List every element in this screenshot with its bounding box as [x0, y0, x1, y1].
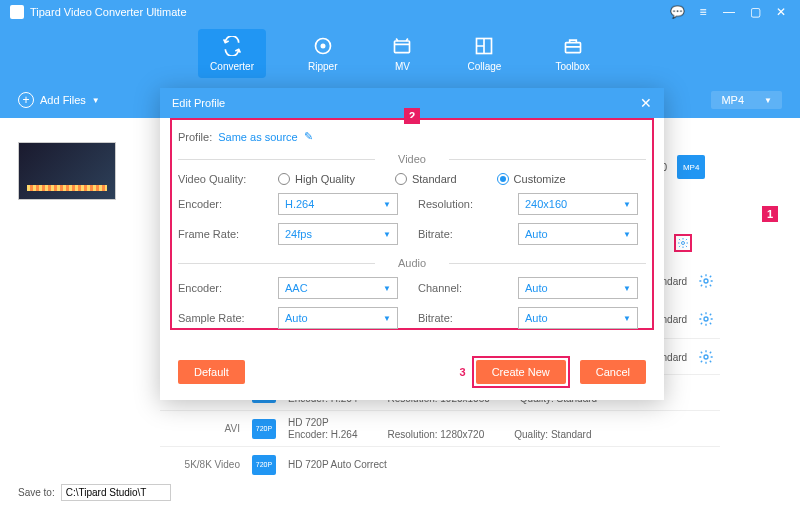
plus-icon: +	[18, 92, 34, 108]
list-item[interactable]: 5K/8K Video 720P HD 720P Auto Correct	[160, 446, 720, 482]
list-item[interactable]: AVI 720P HD 720PEncoder: H.264Resolution…	[160, 410, 720, 446]
video-bitrate-combo[interactable]: Auto	[518, 223, 638, 245]
frame-rate-combo[interactable]: 24fps	[278, 223, 398, 245]
video-thumbnail[interactable]	[18, 142, 116, 200]
add-files-label: Add Files	[40, 94, 86, 106]
channel-label: Channel:	[418, 282, 498, 294]
tab-converter[interactable]: Converter	[198, 29, 266, 78]
radio-high-quality[interactable]: High Quality	[278, 173, 355, 185]
ripper-icon	[312, 35, 334, 57]
resolution-combo[interactable]: 240x160	[518, 193, 638, 215]
svg-rect-2	[395, 41, 410, 53]
svg-point-6	[704, 279, 708, 283]
audio-encoder-label: Encoder:	[178, 282, 258, 294]
tab-mv[interactable]: MV	[379, 29, 425, 78]
menu-icon[interactable]: ≡	[694, 3, 712, 21]
close-window-icon[interactable]: ✕	[772, 3, 790, 21]
svg-point-1	[321, 44, 324, 47]
video-bitrate-label: Bitrate:	[418, 228, 498, 240]
main-tabs: Converter Ripper MV Collage Toolbox	[0, 24, 800, 82]
output-format-value: MP4	[721, 94, 744, 106]
tab-label: Converter	[210, 61, 254, 72]
titlebar: Tipard Video Converter Ultimate 💬 ≡ — ▢ …	[0, 0, 800, 24]
save-to: Save to:	[18, 484, 171, 501]
channel-combo[interactable]: Auto	[518, 277, 638, 299]
format-badge-icon: 720P	[252, 455, 276, 475]
radio-customize[interactable]: Customize	[497, 173, 566, 185]
save-to-input[interactable]	[61, 484, 171, 501]
audio-bitrate-combo[interactable]: Auto	[518, 307, 638, 329]
chevron-down-icon: ▼	[92, 96, 100, 105]
minimize-icon[interactable]: —	[720, 3, 738, 21]
tab-label: Ripper	[308, 61, 337, 72]
profile-value: Same as source	[218, 131, 297, 143]
marker-3: 3	[460, 364, 466, 380]
mv-icon	[391, 35, 413, 57]
tab-toolbox[interactable]: Toolbox	[543, 29, 601, 78]
cancel-button[interactable]: Cancel	[580, 360, 646, 384]
format-badge-icon: MP4	[677, 155, 705, 179]
gear-icon[interactable]	[697, 272, 715, 290]
video-quality-label: Video Quality:	[178, 173, 258, 185]
video-encoder-combo[interactable]: H.264	[278, 193, 398, 215]
gear-icon[interactable]	[674, 234, 692, 252]
profile-label: Profile:	[178, 131, 212, 143]
format-badge-icon: 720P	[252, 419, 276, 439]
sample-rate-combo[interactable]: Auto	[278, 307, 398, 329]
radio-standard[interactable]: Standard	[395, 173, 457, 185]
section-video: Video	[178, 153, 646, 165]
marker-1: 1	[762, 206, 778, 222]
tab-ripper[interactable]: Ripper	[296, 29, 349, 78]
chevron-down-icon: ▼	[764, 96, 772, 105]
create-new-button[interactable]: Create New	[476, 360, 566, 384]
section-audio: Audio	[178, 257, 646, 269]
svg-point-5	[682, 242, 685, 245]
collage-icon	[473, 35, 495, 57]
tab-label: Toolbox	[555, 61, 589, 72]
tab-label: Collage	[467, 61, 501, 72]
toolbox-icon	[562, 35, 584, 57]
video-encoder-label: Encoder:	[178, 198, 258, 210]
feedback-icon[interactable]: 💬	[668, 3, 686, 21]
output-format-combo[interactable]: MP4 ▼	[711, 91, 782, 109]
close-icon[interactable]: ✕	[640, 95, 652, 111]
save-to-label: Save to:	[18, 487, 55, 498]
sample-rate-label: Sample Rate:	[178, 312, 258, 324]
converter-icon	[221, 35, 243, 57]
edit-profile-dialog: Edit Profile ✕ 2 Profile: Same as source…	[160, 88, 664, 400]
maximize-icon[interactable]: ▢	[746, 3, 764, 21]
audio-encoder-combo[interactable]: AAC	[278, 277, 398, 299]
svg-point-7	[704, 317, 708, 321]
audio-bitrate-label: Bitrate:	[418, 312, 498, 324]
dialog-title: Edit Profile	[172, 97, 225, 109]
frame-rate-label: Frame Rate:	[178, 228, 258, 240]
edit-icon[interactable]: ✎	[304, 130, 313, 143]
add-files-button[interactable]: + Add Files ▼	[18, 92, 100, 108]
tab-label: MV	[395, 61, 410, 72]
app-logo	[10, 5, 24, 19]
tab-collage[interactable]: Collage	[455, 29, 513, 78]
gear-icon[interactable]	[697, 310, 715, 328]
resolution-label: Resolution:	[418, 198, 498, 210]
default-button[interactable]: Default	[178, 360, 245, 384]
app-title: Tipard Video Converter Ultimate	[30, 6, 187, 18]
